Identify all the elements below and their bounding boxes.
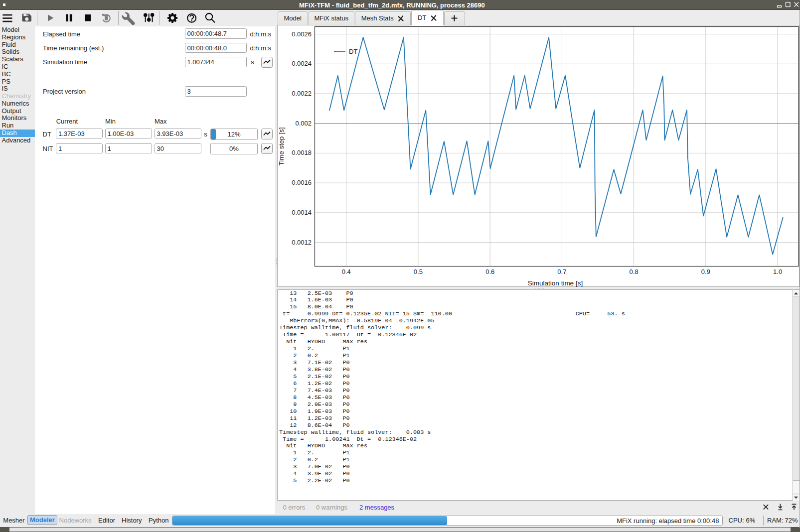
svg-text:DT: DT xyxy=(349,48,357,55)
svg-text:0.0024: 0.0024 xyxy=(292,60,312,67)
svg-text:0.8: 0.8 xyxy=(630,268,639,275)
svg-text:0.0014: 0.0014 xyxy=(292,209,312,216)
svg-text:0.5: 0.5 xyxy=(414,268,423,275)
svg-text:0.002: 0.002 xyxy=(295,120,312,127)
svg-text:1.0: 1.0 xyxy=(773,268,782,275)
svg-text:0.9: 0.9 xyxy=(701,268,710,275)
svg-text:0.0012: 0.0012 xyxy=(292,239,312,246)
svg-text:0.0018: 0.0018 xyxy=(292,149,312,156)
svg-text:Time step [s]: Time step [s] xyxy=(278,128,285,166)
svg-text:0.0022: 0.0022 xyxy=(292,90,312,97)
svg-text:0.6: 0.6 xyxy=(485,268,494,275)
svg-text:0.7: 0.7 xyxy=(557,268,566,275)
svg-text:0.0016: 0.0016 xyxy=(292,179,312,186)
svg-text:Simulation time [s]: Simulation time [s] xyxy=(528,279,583,287)
svg-text:0.0026: 0.0026 xyxy=(292,30,312,38)
svg-text:0.4: 0.4 xyxy=(342,268,351,275)
